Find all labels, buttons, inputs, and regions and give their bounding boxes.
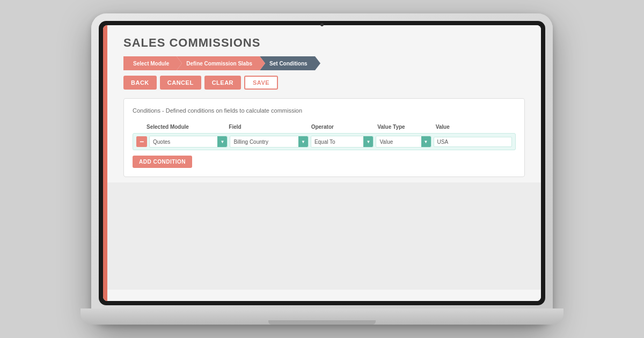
clear-button[interactable]: CLEAR [204,76,241,90]
conditions-panel-title: Conditions - Defined conditions on field… [133,107,516,114]
laptop-frame: SALES COMMISSIONS Select Module Define C… [91,13,553,325]
step-select-module-label: Select Module [133,61,169,67]
screen-bezel: SALES COMMISSIONS Select Module Define C… [99,21,545,305]
value-type-select-wrapper[interactable]: Value [376,136,431,148]
module-select-wrapper[interactable]: Quotes [149,136,228,148]
header-selected-module: Selected Module [147,121,226,131]
module-dropdown-arrow[interactable] [217,136,227,147]
back-button[interactable]: BACK [123,76,157,90]
value-type-dropdown-arrow[interactable] [421,136,431,147]
operator-select-wrapper[interactable]: Equal To [311,136,374,148]
bottom-section [107,182,541,290]
table-headers: Selected Module Field Operator Value Typ… [133,121,516,131]
cancel-button[interactable]: CANCEL [160,76,201,90]
save-button[interactable]: SAVE [244,76,278,90]
step-define-slabs-label: Define Commission Slabs [186,61,252,67]
field-dropdown-arrow[interactable] [298,136,308,147]
conditions-panel: Conditions - Defined conditions on field… [123,98,525,177]
condition-row: − Quotes Billing Country [133,133,516,150]
laptop-screen: SALES COMMISSIONS Select Module Define C… [103,25,541,301]
action-buttons-row: BACK CANCEL CLEAR SAVE [123,76,525,90]
main-content: SALES COMMISSIONS Select Module Define C… [107,25,541,301]
value-type-select-value: Value [376,137,421,146]
laptop-base [80,308,564,325]
value-select-value: USA [434,137,511,146]
header-operator: Operator [311,121,375,131]
step-set-conditions-label: Set Conditions [269,61,308,67]
module-select-value: Quotes [150,137,217,146]
page-title: SALES COMMISSIONS [123,36,525,50]
field-select-value: Billing Country [230,137,298,146]
header-value-type: Value Type [377,121,434,131]
camera-dot [320,23,324,26]
operator-select-value: Equal To [311,137,364,146]
sidebar-accent [103,25,107,301]
step-set-conditions[interactable]: Set Conditions [260,56,315,70]
step-define-slabs[interactable]: Define Commission Slabs [177,56,260,70]
operator-dropdown-arrow[interactable] [363,136,373,147]
header-value: Value [436,121,516,131]
field-select-wrapper[interactable]: Billing Country [230,136,308,148]
remove-condition-button[interactable]: − [136,136,147,147]
step-select-module[interactable]: Select Module [123,56,177,70]
value-select-wrapper[interactable]: USA [434,137,512,147]
header-field: Field [229,121,309,131]
steps-breadcrumb: Select Module Define Commission Slabs Se… [123,56,525,70]
add-condition-button[interactable]: ADD CONDITION [133,156,192,168]
